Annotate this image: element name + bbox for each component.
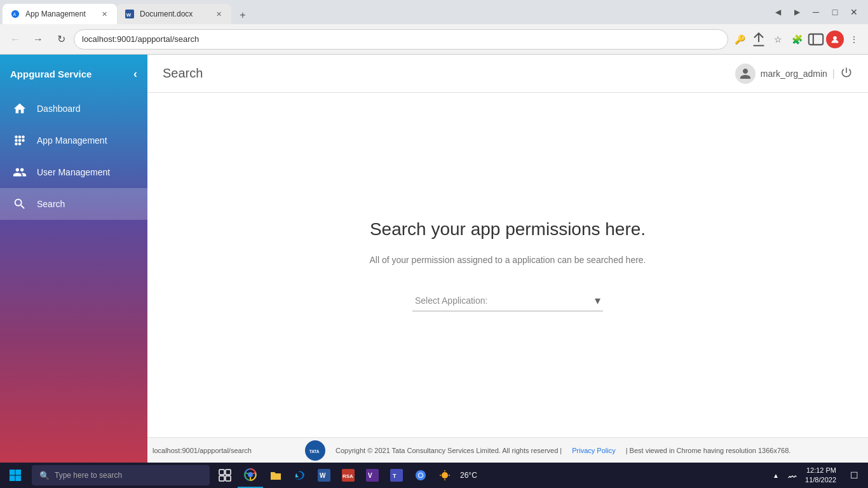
svg-text:A: A: [13, 12, 17, 17]
taskbar-app-management[interactable]: [238, 463, 263, 488]
svg-text:T: T: [393, 473, 397, 479]
svg-point-6: [833, 36, 837, 40]
application-select-container: Select Application: ▾: [412, 290, 603, 311]
tab-title-doc: Document.docx: [140, 10, 208, 18]
home-icon: [13, 102, 27, 116]
footer: localhost:9001/appportal/search TATA: [147, 437, 868, 463]
extensions-icon[interactable]: 🧩: [788, 30, 806, 48]
file-explorer-icon[interactable]: [264, 463, 287, 488]
visual-studio-icon[interactable]: V: [361, 463, 384, 488]
tab-favicon-app: A: [10, 9, 20, 19]
key-icon[interactable]: 🔑: [731, 30, 749, 48]
chrome-icon: [414, 469, 427, 482]
svg-text:W: W: [320, 472, 326, 479]
page-title: Search: [163, 66, 203, 81]
svg-point-14: [18, 142, 22, 146]
reload-button[interactable]: ↻: [51, 29, 71, 50]
task-view-button[interactable]: [214, 463, 236, 488]
taskbar-search-text: Type here to search: [55, 471, 122, 480]
sidebar-icon[interactable]: [807, 30, 825, 48]
temperature-display: 26°C: [458, 471, 480, 480]
power-icon: [840, 66, 853, 79]
share-icon[interactable]: [750, 30, 768, 48]
menu-icon[interactable]: ⋮: [845, 30, 863, 48]
edge-icon[interactable]: [288, 463, 311, 488]
minimize-button[interactable]: ─: [807, 3, 825, 21]
svg-rect-22: [226, 470, 231, 475]
account-icon: [739, 67, 752, 80]
svg-rect-21: [219, 470, 224, 475]
scroll-right-btn[interactable]: ▶: [788, 3, 806, 21]
svg-rect-20: [16, 476, 22, 482]
user-divider: |: [832, 68, 835, 79]
svg-text:V: V: [368, 472, 372, 479]
footer-best-viewed: | Best viewed in Chrome having resolutio…: [626, 447, 791, 454]
svg-text:TATA: TATA: [309, 449, 320, 453]
task-view-icon: [219, 469, 231, 482]
maximize-button[interactable]: □: [826, 3, 844, 21]
back-button[interactable]: ←: [5, 29, 25, 50]
brand-name: Appgurad Service: [10, 69, 92, 79]
rsa-icon[interactable]: RSA: [337, 463, 360, 488]
sidebar-item-app-management[interactable]: App Management: [0, 125, 147, 156]
sidebar-item-dashboard[interactable]: Dashboard: [0, 93, 147, 125]
svg-rect-24: [226, 476, 231, 481]
sidebar-item-search[interactable]: Search: [0, 188, 147, 220]
privacy-policy-link[interactable]: Privacy Policy: [572, 447, 615, 454]
tab-app-management[interactable]: A App Management ✕: [3, 4, 117, 24]
footer-center: TATA Copyright © 2021 Tata Consultancy S…: [295, 440, 868, 461]
toolbar-icons: 🔑 ☆ 🧩 ⋮: [731, 30, 863, 48]
sidebar-label-user-management: User Management: [37, 167, 110, 177]
taskbar-clock: 12:12 PM 11/8/2022: [800, 466, 841, 485]
profile-avatar[interactable]: [826, 30, 844, 48]
address-bar: ← → ↻ localhost:9001/appportal/search 🔑 …: [0, 24, 868, 55]
teams-icon[interactable]: T: [385, 463, 408, 488]
svg-rect-4: [809, 34, 823, 44]
start-button[interactable]: [3, 463, 28, 488]
sidebar-item-user-management[interactable]: User Management: [0, 156, 147, 188]
svg-rect-18: [16, 470, 22, 475]
tab-document[interactable]: W Document.docx ✕: [117, 4, 231, 24]
taskbar-search-icon: 🔍: [39, 471, 50, 480]
main-content: Search mark_org_admin | Search your app …: [147, 55, 868, 463]
svg-rect-19: [10, 476, 15, 482]
close-button[interactable]: ✕: [845, 3, 863, 21]
forward-button[interactable]: →: [28, 29, 48, 50]
application-select[interactable]: Select Application:: [412, 290, 603, 311]
rsa-app-icon: RSA: [342, 469, 355, 482]
search-icon: [13, 197, 27, 211]
taskbar: 🔍 Type here to search: [0, 463, 868, 488]
logout-button[interactable]: [840, 66, 853, 81]
url-bar[interactable]: localhost:9001/appportal/search: [74, 29, 728, 50]
svg-point-11: [18, 139, 22, 142]
tab-close-doc[interactable]: ✕: [214, 9, 224, 19]
tab-favicon-word: W: [125, 9, 135, 19]
sidebar-toggle-button[interactable]: ‹: [133, 67, 137, 81]
search-subtext: All of your permission assigned to a app…: [369, 255, 646, 265]
taskbar-search-bar[interactable]: 🔍 Type here to search: [32, 465, 210, 485]
new-tab-button[interactable]: +: [234, 6, 252, 24]
svg-rect-17: [10, 470, 15, 475]
weather-icon-taskbar[interactable]: [433, 463, 456, 488]
tcs-logo: TATA: [305, 440, 325, 461]
sidebar-label-app-management: App Management: [37, 135, 107, 146]
tab-close-app[interactable]: ✕: [99, 9, 109, 19]
footer-copyright: Copyright © 2021 Tata Consultancy Servic…: [336, 447, 562, 454]
network-icon: [787, 470, 797, 480]
tcs-logo-icon: TATA: [306, 442, 324, 459]
date-display: 11/8/2022: [805, 475, 836, 485]
tray-up-arrow[interactable]: ▲: [767, 466, 785, 484]
system-tray: ▲: [767, 466, 799, 484]
svg-point-12: [22, 139, 25, 142]
vs-icon: V: [366, 469, 379, 482]
svg-text:RSA: RSA: [342, 473, 353, 479]
page-header: Search mark_org_admin |: [147, 55, 868, 93]
weather-icon: [438, 469, 451, 482]
word-taskbar-icon[interactable]: W: [313, 463, 336, 488]
footer-url-status: localhost:9001/appportal/search: [147, 447, 295, 454]
teams-app-icon: T: [390, 469, 403, 482]
bookmark-icon[interactable]: ☆: [769, 30, 787, 48]
notification-button[interactable]: ☐: [843, 463, 865, 488]
scroll-left-btn[interactable]: ◀: [769, 3, 787, 21]
chrome-taskbar-icon[interactable]: [409, 463, 432, 488]
